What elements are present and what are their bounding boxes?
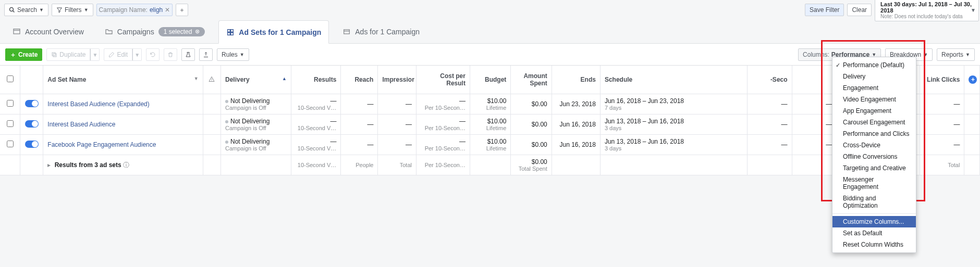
- select-all-checkbox[interactable]: [7, 75, 14, 82]
- row-checkbox[interactable]: [7, 141, 14, 147]
- add-filter-button[interactable]: ＋: [176, 4, 188, 16]
- col-cost-per-result[interactable]: Cost per Result: [416, 66, 470, 94]
- row-toggle[interactable]: [20, 94, 43, 115]
- svg-rect-8: [231, 32, 234, 35]
- row-ends: Jun 16, 2018: [552, 135, 601, 155]
- toggle-switch[interactable]: [25, 141, 39, 148]
- delete-button[interactable]: [164, 48, 177, 61]
- tab-label: Account Overview: [25, 28, 84, 36]
- filter-chip[interactable]: Campaign Name: eligh ✕: [96, 4, 173, 16]
- ab-test-button[interactable]: [181, 48, 195, 61]
- col-results[interactable]: Results: [291, 66, 341, 94]
- svg-rect-5: [228, 29, 230, 32]
- col-name[interactable]: Ad Set Name ▼: [43, 66, 203, 94]
- save-filter-button[interactable]: Save Filter: [805, 4, 844, 16]
- tab-label: Ad Sets for 1 Campaign: [239, 28, 321, 36]
- toggle-switch[interactable]: [25, 120, 39, 128]
- row-budget: $10.00Lifetime: [470, 115, 511, 135]
- col-link-clicks[interactable]: Link Clicks: [920, 66, 965, 94]
- expand-icon[interactable]: ▸: [47, 161, 51, 169]
- svg-rect-9: [344, 30, 350, 34]
- row-link-clicks: —: [920, 94, 965, 115]
- row-vid30: —: [792, 135, 837, 155]
- chevron-down-icon: ▼: [39, 7, 44, 12]
- col-reach[interactable]: Reach: [341, 66, 378, 94]
- col-ends[interactable]: Ends: [552, 66, 601, 94]
- search-button[interactable]: Search ▼: [4, 4, 48, 16]
- adset-name-link[interactable]: Facebook Page Engagement Audience: [47, 141, 156, 148]
- edit-more-button[interactable]: ▼: [132, 48, 142, 61]
- row-name[interactable]: Interest Based Audience (Expanded): [43, 94, 203, 115]
- rules-button[interactable]: Rules ▼: [217, 48, 249, 61]
- row-vid10: —: [748, 115, 792, 135]
- svg-point-15: [212, 80, 212, 81]
- svg-rect-3: [14, 29, 20, 33]
- create-button[interactable]: ＋ Create: [5, 48, 42, 61]
- row-toggle[interactable]: [20, 135, 43, 155]
- row-warning: [203, 94, 221, 115]
- col-vid10[interactable]: -Seco: [748, 66, 792, 94]
- reports-button[interactable]: Reports ▼: [937, 48, 975, 61]
- row-name[interactable]: Facebook Page Engagement Audience: [43, 135, 203, 155]
- row-vid30: —: [792, 94, 837, 115]
- menu-column-preset[interactable]: App Engagement: [832, 105, 916, 117]
- toggle-switch[interactable]: [25, 100, 39, 107]
- menu-column-preset[interactable]: Cross-Device: [832, 139, 916, 151]
- col-delivery[interactable]: Delivery ▲: [221, 66, 291, 94]
- row-select[interactable]: [0, 135, 20, 155]
- clear-button[interactable]: Clear: [847, 4, 872, 16]
- chevron-down-icon: ▼: [923, 52, 928, 57]
- col-impressions[interactable]: Impressior: [378, 66, 416, 94]
- row-checkbox[interactable]: [7, 100, 14, 107]
- col-vid30[interactable]: [792, 66, 837, 94]
- filters-button[interactable]: Filters ▼: [52, 4, 93, 16]
- export-button[interactable]: [199, 48, 213, 61]
- menu-column-preset[interactable]: Performance (Default): [832, 59, 916, 71]
- menu-column-preset[interactable]: Targeting and Creative: [832, 162, 916, 174]
- folder-icon: [105, 28, 113, 36]
- sort-asc-icon: ▲: [282, 76, 287, 81]
- menu-column-preset[interactable]: Offline Conversions: [832, 151, 916, 162]
- col-warning[interactable]: [203, 66, 221, 94]
- adset-name-link[interactable]: Interest Based Audience (Expanded): [47, 100, 149, 108]
- columns-dropdown[interactable]: Performance (Default)DeliveryEngagementV…: [832, 57, 916, 175]
- menu-column-preset[interactable]: Carousel Engagement: [832, 117, 916, 128]
- row-select[interactable]: [0, 94, 20, 115]
- duplicate-more-button[interactable]: ▼: [90, 48, 100, 61]
- edit-button[interactable]: Edit: [104, 48, 132, 61]
- selected-badge[interactable]: 1 selected ⊗: [158, 27, 205, 36]
- adset-name-link[interactable]: Interest Based Audience: [47, 121, 115, 128]
- close-icon[interactable]: ✕: [165, 6, 170, 14]
- menu-column-preset[interactable]: Performance and Clicks: [832, 128, 916, 139]
- tab-ads[interactable]: Ads for 1 Campaign: [335, 20, 427, 43]
- menu-column-preset[interactable]: Messenger Engagement: [832, 174, 916, 175]
- row-name[interactable]: Interest Based Audience: [43, 115, 203, 135]
- beaker-icon: [185, 52, 191, 58]
- chevron-down-icon: ▼: [194, 76, 199, 81]
- duplicate-button[interactable]: Duplicate: [46, 48, 90, 61]
- date-range-picker[interactable]: Last 30 days: Jul 1, 2018 – Jul 30, 2018…: [875, 0, 979, 21]
- select-all-header[interactable]: [0, 66, 20, 94]
- menu-column-preset[interactable]: Video Engagement: [832, 94, 916, 105]
- info-icon[interactable]: ⓘ: [123, 161, 129, 169]
- row-budget: $10.00Lifetime: [470, 94, 511, 115]
- revert-button[interactable]: [146, 48, 160, 61]
- tab-campaigns[interactable]: Campaigns 1 selected ⊗: [97, 20, 213, 43]
- row-checkbox[interactable]: [7, 120, 14, 127]
- row-results: —10-Second V…: [291, 94, 341, 115]
- row-toggle[interactable]: [20, 115, 43, 135]
- row-select[interactable]: [0, 115, 20, 135]
- col-budget[interactable]: Budget: [470, 66, 511, 94]
- trash-icon: [167, 52, 174, 58]
- menu-column-preset[interactable]: Engagement: [832, 82, 916, 94]
- close-icon[interactable]: ⊗: [195, 28, 200, 35]
- tab-account-overview[interactable]: Account Overview: [5, 20, 91, 43]
- adsets-icon: [226, 28, 235, 36]
- menu-column-preset[interactable]: Delivery: [832, 71, 916, 82]
- col-schedule[interactable]: Schedule: [601, 66, 748, 94]
- row-reach: —: [341, 94, 378, 115]
- col-amount-spent[interactable]: Amount Spent: [511, 66, 552, 94]
- add-column[interactable]: +: [964, 66, 980, 94]
- duplicate-label: Duplicate: [59, 51, 85, 58]
- tab-adsets[interactable]: Ad Sets for 1 Campaign: [218, 20, 329, 44]
